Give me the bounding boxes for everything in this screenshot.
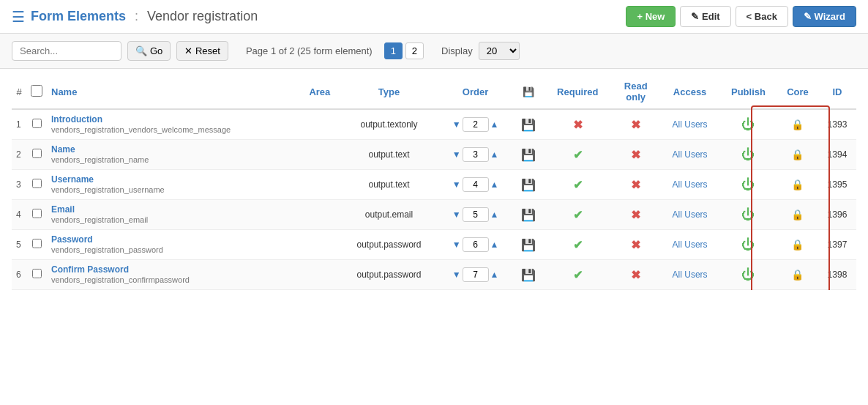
cell-checkbox[interactable]	[26, 109, 47, 140]
publish-button[interactable]: ⏻	[741, 207, 755, 223]
cell-required: ✔	[544, 260, 611, 290]
cell-checkbox[interactable]	[26, 200, 47, 230]
cell-required: ✖	[544, 109, 611, 140]
cell-checkbox[interactable]	[26, 230, 47, 260]
order-up-arrow[interactable]: ▲	[490, 149, 499, 160]
cell-order: ▼ ▲	[438, 260, 513, 290]
row-checkbox[interactable]	[32, 149, 42, 158]
name-subtext: vendors_registration_vendors_welcome_mes…	[51, 125, 231, 134]
cell-checkbox[interactable]	[26, 170, 47, 200]
order-input[interactable]	[463, 237, 489, 252]
order-up-arrow[interactable]: ▲	[490, 270, 499, 280]
order-up-arrow[interactable]: ▲	[490, 209, 499, 220]
table-row: 5 Password vendors_registration_password…	[12, 230, 856, 260]
cell-save[interactable]: 💾	[512, 140, 544, 170]
publish-button[interactable]: ⏻	[741, 117, 755, 133]
access-link[interactable]: All Users	[673, 239, 708, 250]
access-link[interactable]: All Users	[673, 270, 708, 280]
order-input[interactable]	[463, 147, 489, 162]
access-link[interactable]: All Users	[673, 179, 708, 190]
required-check-icon: ✔	[573, 149, 583, 161]
cell-required: ✔	[544, 140, 611, 170]
cell-save[interactable]: 💾	[512, 170, 544, 200]
required-check-icon: ✔	[573, 269, 583, 281]
cell-type: output.text	[340, 140, 438, 170]
publish-button[interactable]: ⏻	[741, 267, 755, 283]
cell-type: output.text	[340, 170, 438, 200]
cell-checkbox[interactable]	[26, 260, 47, 290]
cell-save[interactable]: 💾	[512, 260, 544, 290]
col-order: Order	[438, 75, 513, 109]
display-select[interactable]: 10 20 50 100	[479, 42, 520, 60]
order-down-arrow[interactable]: ▼	[452, 239, 461, 250]
save-icon[interactable]: 💾	[521, 179, 536, 191]
order-up-arrow[interactable]: ▲	[490, 119, 499, 130]
back-button[interactable]: < Back	[736, 6, 788, 27]
save-icon[interactable]: 💾	[521, 269, 536, 281]
name-link[interactable]: Username	[51, 174, 295, 185]
col-access: Access	[660, 75, 719, 109]
order-up-arrow[interactable]: ▲	[490, 179, 499, 190]
header-left: ☰ Form Elements : Vendor registration	[12, 8, 258, 26]
row-checkbox[interactable]	[32, 269, 42, 278]
cell-publish[interactable]: ⏻	[719, 109, 777, 140]
cell-core: 🔒	[777, 230, 818, 260]
access-link[interactable]: All Users	[673, 119, 708, 130]
order-up-arrow[interactable]: ▲	[490, 239, 499, 250]
cell-save[interactable]: 💾	[512, 230, 544, 260]
cell-save[interactable]: 💾	[512, 200, 544, 230]
page-2-button[interactable]: 2	[405, 42, 424, 59]
publish-button[interactable]: ⏻	[741, 237, 755, 253]
save-icon[interactable]: 💾	[521, 239, 536, 251]
cell-publish[interactable]: ⏻	[719, 200, 777, 230]
name-link[interactable]: Introduction	[51, 114, 295, 125]
order-input[interactable]	[463, 177, 489, 192]
cell-core: 🔒	[777, 109, 818, 140]
col-area: Area	[299, 75, 340, 109]
order-input[interactable]	[463, 207, 489, 222]
page-1-button[interactable]: 1	[384, 42, 403, 59]
required-check-icon: ✔	[573, 179, 583, 191]
name-link[interactable]: Name	[51, 144, 295, 155]
edit-button[interactable]: ✎ Edit	[680, 6, 730, 27]
save-icon[interactable]: 💾	[521, 119, 536, 131]
lock-icon: 🔒	[791, 179, 804, 190]
row-checkbox[interactable]	[32, 179, 42, 188]
search-input[interactable]	[12, 41, 121, 61]
wizard-button[interactable]: ✎ Wizard	[793, 6, 856, 27]
cell-publish[interactable]: ⏻	[719, 260, 777, 290]
cell-order: ▼ ▲	[438, 170, 513, 200]
order-down-arrow[interactable]: ▼	[452, 270, 461, 280]
name-link[interactable]: Email	[51, 204, 295, 215]
display-label: Display	[441, 45, 473, 56]
go-button[interactable]: 🔍 Go	[127, 41, 171, 61]
new-button[interactable]: + New	[626, 6, 676, 27]
cell-id: 1397	[818, 230, 856, 260]
order-down-arrow[interactable]: ▼	[452, 209, 461, 220]
cell-publish[interactable]: ⏻	[719, 140, 777, 170]
name-link[interactable]: Confirm Password	[51, 264, 295, 275]
row-checkbox[interactable]	[32, 119, 42, 128]
cell-save[interactable]: 💾	[512, 109, 544, 140]
access-link[interactable]: All Users	[673, 209, 708, 220]
reset-button[interactable]: ✕ Reset	[176, 41, 228, 61]
access-link[interactable]: All Users	[673, 149, 708, 160]
cell-type: output.password	[340, 230, 438, 260]
save-icon[interactable]: 💾	[521, 209, 536, 221]
publish-button[interactable]: ⏻	[741, 147, 755, 163]
select-all-checkbox[interactable]	[31, 85, 42, 97]
order-down-arrow[interactable]: ▼	[452, 119, 461, 130]
cell-checkbox[interactable]	[26, 140, 47, 170]
row-checkbox[interactable]	[32, 209, 42, 218]
cell-publish[interactable]: ⏻	[719, 230, 777, 260]
row-checkbox[interactable]	[32, 239, 42, 248]
order-down-arrow[interactable]: ▼	[452, 179, 461, 190]
name-subtext: vendors_registration_email	[51, 215, 148, 224]
cell-publish[interactable]: ⏻	[719, 170, 777, 200]
name-link[interactable]: Password	[51, 234, 295, 245]
order-input[interactable]	[463, 267, 489, 282]
order-input[interactable]	[463, 117, 489, 132]
save-icon[interactable]: 💾	[521, 149, 536, 161]
publish-button[interactable]: ⏻	[741, 177, 755, 193]
order-down-arrow[interactable]: ▼	[452, 149, 461, 160]
